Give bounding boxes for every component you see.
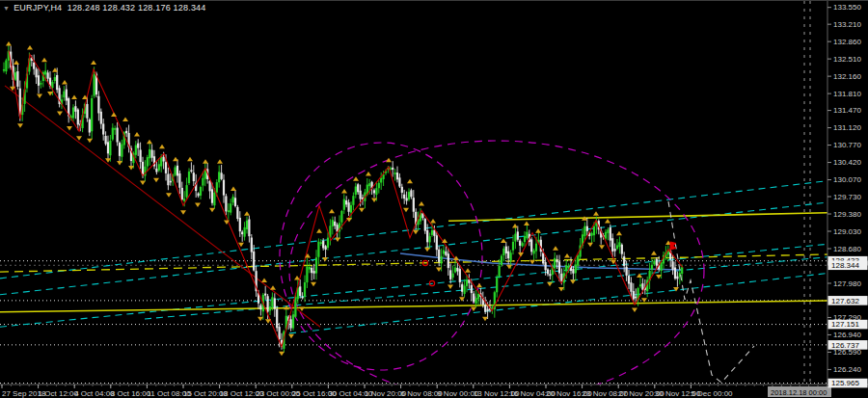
price-tick-label: 127.980 bbox=[833, 279, 861, 288]
fractal-down-arrow-icon bbox=[558, 287, 564, 292]
fractal-down-arrow-icon bbox=[195, 203, 201, 208]
candle bbox=[496, 278, 498, 292]
candle bbox=[40, 83, 41, 85]
candle bbox=[410, 190, 412, 197]
price-tick-label: 129.030 bbox=[833, 227, 861, 236]
candle bbox=[355, 187, 357, 196]
candle bbox=[477, 294, 479, 300]
fractal-up-arrow-icon bbox=[329, 209, 335, 214]
fractal-up-arrow-icon bbox=[173, 157, 178, 162]
level-price-badge: 127.151 bbox=[831, 320, 859, 329]
red-trendline[interactable] bbox=[5, 86, 320, 327]
candle bbox=[218, 172, 220, 182]
candle bbox=[623, 256, 625, 266]
fractal-up-arrow-icon bbox=[91, 60, 96, 65]
candle bbox=[267, 296, 269, 311]
price-tick-label: 131.120 bbox=[833, 123, 861, 132]
fractal-up-arrow-icon bbox=[476, 283, 482, 288]
fractal-up-arrow-icon bbox=[501, 238, 506, 243]
candle bbox=[350, 205, 352, 213]
fractal-arrows-layer bbox=[6, 41, 679, 356]
candle bbox=[322, 241, 324, 249]
candle bbox=[345, 200, 347, 204]
candle bbox=[271, 297, 273, 306]
candle bbox=[674, 268, 676, 279]
candle bbox=[429, 236, 431, 242]
fractal-up-arrow-icon bbox=[465, 268, 471, 273]
candle bbox=[621, 245, 623, 254]
fractal-up-arrow-icon bbox=[203, 159, 208, 164]
candle bbox=[147, 157, 149, 167]
fractal-down-arrow-icon bbox=[448, 284, 453, 289]
fractal-up-arrow-icon bbox=[14, 60, 19, 65]
candle bbox=[325, 246, 327, 250]
candle bbox=[656, 259, 658, 266]
candle bbox=[616, 245, 618, 249]
horizontal-level-lines bbox=[0, 261, 827, 384]
candle bbox=[484, 305, 486, 311]
candle bbox=[681, 267, 683, 274]
forecast-dashed-path[interactable] bbox=[668, 201, 754, 383]
fractal-down-arrow-icon bbox=[57, 111, 63, 116]
fractal-up-arrow-icon bbox=[341, 189, 347, 194]
fractal-down-arrow-icon bbox=[37, 93, 42, 98]
candle bbox=[190, 170, 192, 172]
price-tick-label: 131.470 bbox=[833, 106, 861, 115]
fractal-down-arrow-icon bbox=[180, 210, 186, 215]
price-tick-label: 129.730 bbox=[833, 193, 861, 201]
candle bbox=[213, 193, 215, 205]
selected-time-label: 2018.12.18 00:00 bbox=[771, 388, 827, 397]
candle bbox=[398, 177, 400, 186]
fractal-up-arrow-icon bbox=[564, 253, 570, 258]
fractal-down-arrow-icon bbox=[656, 275, 662, 279]
price-tick-label: 132.510 bbox=[833, 55, 861, 64]
candle bbox=[299, 286, 301, 296]
fractal-down-arrow-icon bbox=[506, 265, 512, 270]
fractal-up-arrow-icon bbox=[217, 159, 223, 164]
candle bbox=[466, 279, 468, 286]
chart-canvas[interactable]: 133.550133.210132.860132.510132.160131.8… bbox=[0, 1, 868, 398]
candle bbox=[309, 267, 311, 270]
chart-window: 133.550133.210132.860132.510132.160131.8… bbox=[0, 0, 868, 398]
candle bbox=[315, 257, 317, 273]
candle bbox=[228, 210, 230, 212]
candle bbox=[575, 264, 577, 273]
candle bbox=[610, 227, 611, 241]
price-tick-label: 128.680 bbox=[833, 245, 861, 253]
candle bbox=[165, 162, 167, 173]
candle bbox=[112, 128, 114, 140]
candle bbox=[448, 253, 449, 268]
fractal-down-arrow-icon bbox=[570, 279, 576, 284]
candle bbox=[276, 309, 278, 329]
candle bbox=[614, 249, 616, 251]
candle bbox=[542, 253, 544, 264]
candle bbox=[89, 119, 91, 133]
candle bbox=[626, 267, 628, 276]
candle bbox=[14, 72, 16, 80]
candle bbox=[653, 261, 655, 265]
fractal-down-arrow-icon bbox=[17, 123, 23, 128]
candle bbox=[248, 220, 250, 237]
channel-trendline bbox=[0, 199, 866, 295]
time-axis[interactable]: 27 Sep 20181 Oct 12:004 Oct 04:008 Oct 1… bbox=[0, 385, 868, 398]
candle bbox=[155, 169, 157, 172]
candle bbox=[572, 269, 574, 274]
candle bbox=[97, 96, 99, 114]
candle bbox=[368, 183, 370, 186]
fractal-down-arrow-icon bbox=[153, 178, 159, 183]
fractal-up-arrow-icon bbox=[407, 179, 413, 184]
price-tick-label: 130.770 bbox=[833, 141, 861, 149]
candle bbox=[253, 252, 255, 271]
fractal-down-arrow-icon bbox=[471, 307, 476, 312]
candle bbox=[327, 238, 329, 248]
candle bbox=[512, 242, 514, 251]
candle bbox=[545, 262, 547, 270]
candle bbox=[487, 309, 489, 311]
chart-title: EURJPY,H4 128.248 128.432 128.176 128.34… bbox=[14, 3, 205, 13]
candle bbox=[401, 187, 403, 193]
symbol-dropdown-icon[interactable]: ▼ bbox=[3, 5, 10, 12]
candle bbox=[167, 174, 169, 186]
candle bbox=[593, 226, 595, 235]
candle bbox=[380, 178, 382, 183]
fractal-down-arrow-icon bbox=[166, 193, 172, 198]
